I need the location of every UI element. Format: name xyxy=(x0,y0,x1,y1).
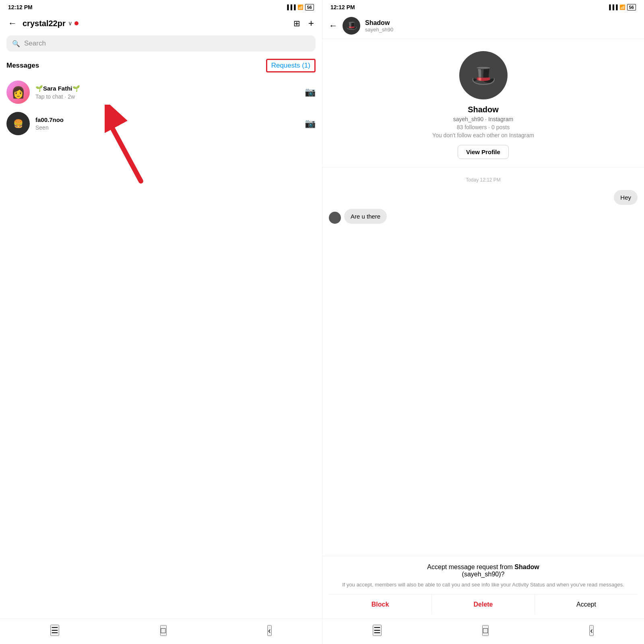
profile-section: 🎩 Shadow sayeh_sh90 · Instagram 83 follo… xyxy=(322,39,644,167)
chat-avatar: 🎩 xyxy=(343,17,360,35)
menu-button[interactable]: ☰ xyxy=(50,625,59,636)
left-time: 12:12 PM xyxy=(8,4,33,10)
accept-title: Accept message request from Shadow (saye… xyxy=(329,564,638,578)
right-menu-button[interactable]: ☰ xyxy=(373,625,382,636)
online-indicator xyxy=(74,21,78,25)
avatar: 👩 xyxy=(6,80,30,104)
message-bubble: Hey xyxy=(614,190,638,205)
dropdown-icon[interactable]: ∨ xyxy=(68,20,72,27)
search-placeholder: Search xyxy=(24,39,46,47)
profile-avatar: 🎩 xyxy=(459,51,508,99)
right-home-button[interactable]: □ xyxy=(482,625,489,636)
right-status-icons: ▐▐▐ 📶 56 xyxy=(607,4,636,10)
sender-name: 🌱Sara Fathi🌱 xyxy=(35,85,299,92)
battery-icon: 56 xyxy=(627,4,636,10)
left-status-bar: 12:12 PM ▐▐▐ 📶 56 xyxy=(0,0,322,13)
accept-sender-handle: (sayeh_sh90)? xyxy=(462,571,505,578)
timestamp-label: Today 12:12 PM xyxy=(329,177,638,183)
message-list: 👩 🌱Sara Fathi🌱 Tap to chat · 2w 📷 🍔 fa00… xyxy=(0,76,322,619)
account-name: crystal22pr xyxy=(23,19,66,28)
section-header: Messages Requests (1) xyxy=(0,57,322,76)
left-status-icons: ▐▐▐ 📶 56 xyxy=(285,4,314,10)
message-preview: Tap to chat · 2w xyxy=(35,93,299,100)
chat-user-info: Shadow sayeh_sh90 xyxy=(365,19,638,33)
chat-handle: sayeh_sh90 xyxy=(365,27,638,33)
profile-name: Shadow xyxy=(468,105,499,114)
header-actions: ⊞ + xyxy=(292,16,316,31)
message-item[interactable]: 🍔 fa00.7noo Seen 📷 xyxy=(0,108,322,139)
right-bottom-navigation: ☰ □ ‹ xyxy=(322,619,644,644)
camera-icon[interactable]: 📷 xyxy=(305,118,316,129)
left-phone-panel: 12:12 PM ▐▐▐ 📶 56 ← crystal22pr ∨ ⊞ + 🔍 … xyxy=(0,0,322,644)
new-story-button[interactable]: ⊞ xyxy=(292,17,302,30)
wifi-icon: 📶 xyxy=(297,4,303,10)
signal-icon: ▐▐▐ xyxy=(285,4,296,10)
right-time: 12:12 PM xyxy=(330,4,355,10)
wifi-icon: 📶 xyxy=(619,4,625,10)
message-info: 🌱Sara Fathi🌱 Tap to chat · 2w xyxy=(35,85,299,100)
right-back-nav-button[interactable]: ‹ xyxy=(589,625,594,636)
message-item[interactable]: 👩 🌱Sara Fathi🌱 Tap to chat · 2w 📷 xyxy=(0,76,322,108)
search-icon: 🔍 xyxy=(12,40,20,47)
home-button[interactable]: □ xyxy=(160,625,167,636)
accept-sender-name: Shadow xyxy=(514,564,539,570)
requests-button[interactable]: Requests (1) xyxy=(266,59,316,72)
profile-stats: 83 followers · 0 posts xyxy=(457,124,510,130)
view-profile-button[interactable]: View Profile xyxy=(458,145,509,159)
camera-icon[interactable]: 📷 xyxy=(305,87,316,97)
block-button[interactable]: Block xyxy=(329,594,432,615)
messages-title: Messages xyxy=(6,62,39,70)
account-title: crystal22pr ∨ xyxy=(23,19,288,28)
accept-actions: Block Delete Accept xyxy=(329,594,638,615)
back-nav-button[interactable]: ‹ xyxy=(267,625,272,636)
sender-avatar-small xyxy=(329,212,341,224)
outgoing-message-row: Hey xyxy=(329,190,638,205)
message-info: fa00.7noo Seen xyxy=(35,116,299,131)
accept-request-section: Accept message request from Shadow (saye… xyxy=(322,556,644,619)
right-status-bar: 12:12 PM ▐▐▐ 📶 56 xyxy=(322,0,644,13)
right-phone-panel: 12:12 PM ▐▐▐ 📶 56 ← 🎩 Shadow sayeh_sh90 … xyxy=(322,0,644,644)
chat-header: ← 🎩 Shadow sayeh_sh90 xyxy=(322,13,644,39)
message-preview: Seen xyxy=(35,124,299,131)
chat-back-button[interactable]: ← xyxy=(329,21,338,31)
delete-button[interactable]: Delete xyxy=(432,594,535,615)
follow-status: You don't follow each other on Instagram xyxy=(432,132,534,138)
battery-icon: 56 xyxy=(305,4,314,10)
chat-username: Shadow xyxy=(365,19,638,27)
incoming-message-row: Are u there xyxy=(329,209,638,224)
back-button[interactable]: ← xyxy=(6,17,19,30)
avatar: 🍔 xyxy=(6,112,30,135)
signal-icon: ▐▐▐ xyxy=(607,4,618,10)
profile-instagram-handle: sayeh_sh90 · Instagram xyxy=(453,116,513,122)
messages-header: ← crystal22pr ∨ ⊞ + xyxy=(0,13,322,35)
chat-messages: Today 12:12 PM Hey Are u there xyxy=(322,167,644,556)
accept-button[interactable]: Accept xyxy=(535,594,638,615)
message-bubble: Are u there xyxy=(344,209,387,224)
new-post-button[interactable]: + xyxy=(307,16,316,31)
search-bar[interactable]: 🔍 Search xyxy=(6,35,316,52)
accept-description: If you accept, members will also be able… xyxy=(329,581,638,588)
sender-name: fa00.7noo xyxy=(35,116,299,123)
bottom-navigation: ☰ □ ‹ xyxy=(0,619,322,644)
